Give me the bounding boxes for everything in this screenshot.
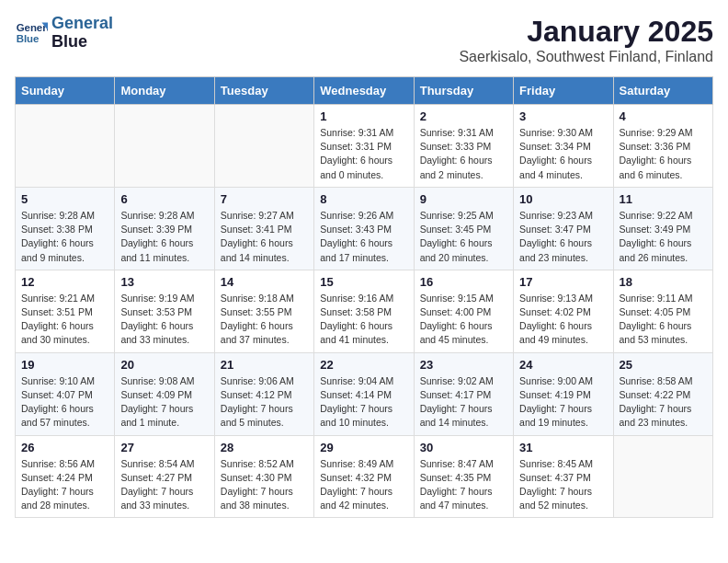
day-number: 5 <box>21 192 108 206</box>
calendar-title: January 2025 <box>459 15 713 49</box>
day-info: Sunrise: 9:11 AM Sunset: 4:05 PM Dayligh… <box>620 292 707 348</box>
day-number: 16 <box>420 275 507 289</box>
logo: General Blue GeneralBlue <box>15 15 113 52</box>
day-info: Sunrise: 9:26 AM Sunset: 3:43 PM Dayligh… <box>320 209 407 265</box>
calendar-table: SundayMondayTuesdayWednesdayThursdayFrid… <box>15 76 713 518</box>
title-block: January 2025 Saerkisalo, Southwest Finla… <box>459 15 713 65</box>
calendar-cell: 10Sunrise: 9:23 AM Sunset: 3:47 PM Dayli… <box>514 187 613 270</box>
logo-text: GeneralBlue <box>51 15 113 52</box>
day-info: Sunrise: 9:27 AM Sunset: 3:41 PM Dayligh… <box>221 209 308 265</box>
calendar-cell <box>115 105 214 188</box>
logo-icon: General Blue <box>15 17 48 50</box>
calendar-cell: 5Sunrise: 9:28 AM Sunset: 3:38 PM Daylig… <box>16 187 115 270</box>
day-number: 4 <box>620 109 707 123</box>
svg-text:Blue: Blue <box>17 33 40 44</box>
day-info: Sunrise: 9:00 AM Sunset: 4:19 PM Dayligh… <box>519 374 607 431</box>
weekday-header: Saturday <box>613 77 712 105</box>
day-number: 21 <box>221 358 308 372</box>
calendar-subtitle: Saerkisalo, Southwest Finland, Finland <box>459 49 713 65</box>
day-info: Sunrise: 8:54 AM Sunset: 4:27 PM Dayligh… <box>120 457 208 513</box>
day-number: 13 <box>120 275 208 289</box>
day-number: 20 <box>120 358 208 372</box>
calendar-cell: 7Sunrise: 9:27 AM Sunset: 3:41 PM Daylig… <box>214 187 313 270</box>
day-info: Sunrise: 9:31 AM Sunset: 3:33 PM Dayligh… <box>420 126 507 182</box>
day-number: 2 <box>420 109 507 123</box>
day-number: 6 <box>120 192 208 206</box>
weekday-header: Sunday <box>16 77 115 105</box>
day-number: 12 <box>21 275 108 289</box>
day-info: Sunrise: 9:16 AM Sunset: 3:58 PM Dayligh… <box>320 292 407 348</box>
calendar-cell: 13Sunrise: 9:19 AM Sunset: 3:53 PM Dayli… <box>115 270 214 352</box>
day-number: 9 <box>420 192 507 206</box>
calendar-cell <box>613 435 712 518</box>
day-number: 27 <box>120 441 208 454</box>
day-info: Sunrise: 9:02 AM Sunset: 4:17 PM Dayligh… <box>420 374 507 431</box>
day-info: Sunrise: 9:08 AM Sunset: 4:09 PM Dayligh… <box>120 374 208 431</box>
weekday-header: Wednesday <box>314 77 414 105</box>
day-number: 14 <box>221 275 308 289</box>
day-info: Sunrise: 8:52 AM Sunset: 4:30 PM Dayligh… <box>221 457 308 513</box>
calendar-cell: 8Sunrise: 9:26 AM Sunset: 3:43 PM Daylig… <box>314 187 414 270</box>
calendar-cell: 4Sunrise: 9:29 AM Sunset: 3:36 PM Daylig… <box>613 105 712 188</box>
day-info: Sunrise: 9:31 AM Sunset: 3:31 PM Dayligh… <box>320 126 407 182</box>
day-number: 26 <box>21 441 108 454</box>
day-info: Sunrise: 9:06 AM Sunset: 4:12 PM Dayligh… <box>221 374 308 431</box>
day-number: 1 <box>320 109 407 123</box>
day-number: 19 <box>21 358 108 372</box>
day-number: 10 <box>519 192 607 206</box>
day-info: Sunrise: 9:28 AM Sunset: 3:38 PM Dayligh… <box>21 209 108 265</box>
day-number: 24 <box>519 358 607 372</box>
day-number: 8 <box>320 192 407 206</box>
day-info: Sunrise: 9:13 AM Sunset: 4:02 PM Dayligh… <box>519 292 607 348</box>
calendar-week-row: 1Sunrise: 9:31 AM Sunset: 3:31 PM Daylig… <box>16 105 713 188</box>
calendar-cell: 19Sunrise: 9:10 AM Sunset: 4:07 PM Dayli… <box>16 352 115 435</box>
calendar-cell: 30Sunrise: 8:47 AM Sunset: 4:35 PM Dayli… <box>414 435 513 518</box>
calendar-cell: 9Sunrise: 9:25 AM Sunset: 3:45 PM Daylig… <box>414 187 513 270</box>
weekday-header: Tuesday <box>214 77 313 105</box>
calendar-cell: 28Sunrise: 8:52 AM Sunset: 4:30 PM Dayli… <box>214 435 313 518</box>
calendar-cell: 18Sunrise: 9:11 AM Sunset: 4:05 PM Dayli… <box>613 270 712 352</box>
calendar-cell: 27Sunrise: 8:54 AM Sunset: 4:27 PM Dayli… <box>115 435 214 518</box>
day-info: Sunrise: 9:29 AM Sunset: 3:36 PM Dayligh… <box>620 126 707 182</box>
calendar-cell: 2Sunrise: 9:31 AM Sunset: 3:33 PM Daylig… <box>414 105 513 188</box>
calendar-header-row: SundayMondayTuesdayWednesdayThursdayFrid… <box>16 77 713 105</box>
weekday-header: Friday <box>514 77 613 105</box>
day-info: Sunrise: 9:15 AM Sunset: 4:00 PM Dayligh… <box>420 292 507 348</box>
calendar-cell: 21Sunrise: 9:06 AM Sunset: 4:12 PM Dayli… <box>214 352 313 435</box>
weekday-header: Thursday <box>414 77 513 105</box>
calendar-cell: 22Sunrise: 9:04 AM Sunset: 4:14 PM Dayli… <box>314 352 414 435</box>
day-number: 25 <box>620 358 707 372</box>
calendar-week-row: 5Sunrise: 9:28 AM Sunset: 3:38 PM Daylig… <box>16 187 713 270</box>
day-info: Sunrise: 8:45 AM Sunset: 4:37 PM Dayligh… <box>519 457 607 513</box>
calendar-week-row: 19Sunrise: 9:10 AM Sunset: 4:07 PM Dayli… <box>16 352 713 435</box>
calendar-cell: 20Sunrise: 9:08 AM Sunset: 4:09 PM Dayli… <box>115 352 214 435</box>
calendar-cell: 25Sunrise: 8:58 AM Sunset: 4:22 PM Dayli… <box>613 352 712 435</box>
day-info: Sunrise: 9:23 AM Sunset: 3:47 PM Dayligh… <box>519 209 607 265</box>
day-info: Sunrise: 8:56 AM Sunset: 4:24 PM Dayligh… <box>21 457 108 513</box>
day-info: Sunrise: 9:28 AM Sunset: 3:39 PM Dayligh… <box>120 209 208 265</box>
day-number: 17 <box>519 275 607 289</box>
calendar-cell: 29Sunrise: 8:49 AM Sunset: 4:32 PM Dayli… <box>314 435 414 518</box>
calendar-cell: 31Sunrise: 8:45 AM Sunset: 4:37 PM Dayli… <box>514 435 613 518</box>
calendar-week-row: 26Sunrise: 8:56 AM Sunset: 4:24 PM Dayli… <box>16 435 713 518</box>
day-info: Sunrise: 9:19 AM Sunset: 3:53 PM Dayligh… <box>120 292 208 348</box>
day-number: 29 <box>320 441 407 454</box>
day-number: 31 <box>519 441 607 454</box>
day-info: Sunrise: 8:49 AM Sunset: 4:32 PM Dayligh… <box>320 457 407 513</box>
day-number: 22 <box>320 358 407 372</box>
calendar-cell <box>16 105 115 188</box>
day-info: Sunrise: 9:04 AM Sunset: 4:14 PM Dayligh… <box>320 374 407 431</box>
day-number: 11 <box>620 192 707 206</box>
calendar-cell: 14Sunrise: 9:18 AM Sunset: 3:55 PM Dayli… <box>214 270 313 352</box>
calendar-cell: 24Sunrise: 9:00 AM Sunset: 4:19 PM Dayli… <box>514 352 613 435</box>
day-info: Sunrise: 9:25 AM Sunset: 3:45 PM Dayligh… <box>420 209 507 265</box>
calendar-cell: 26Sunrise: 8:56 AM Sunset: 4:24 PM Dayli… <box>16 435 115 518</box>
day-info: Sunrise: 9:22 AM Sunset: 3:49 PM Dayligh… <box>620 209 707 265</box>
calendar-week-row: 12Sunrise: 9:21 AM Sunset: 3:51 PM Dayli… <box>16 270 713 352</box>
weekday-header: Monday <box>115 77 214 105</box>
calendar-cell <box>214 105 313 188</box>
page-header: General Blue GeneralBlue January 2025 Sa… <box>15 15 713 65</box>
calendar-cell: 3Sunrise: 9:30 AM Sunset: 3:34 PM Daylig… <box>514 105 613 188</box>
calendar-cell: 1Sunrise: 9:31 AM Sunset: 3:31 PM Daylig… <box>314 105 414 188</box>
day-info: Sunrise: 8:58 AM Sunset: 4:22 PM Dayligh… <box>620 374 707 431</box>
